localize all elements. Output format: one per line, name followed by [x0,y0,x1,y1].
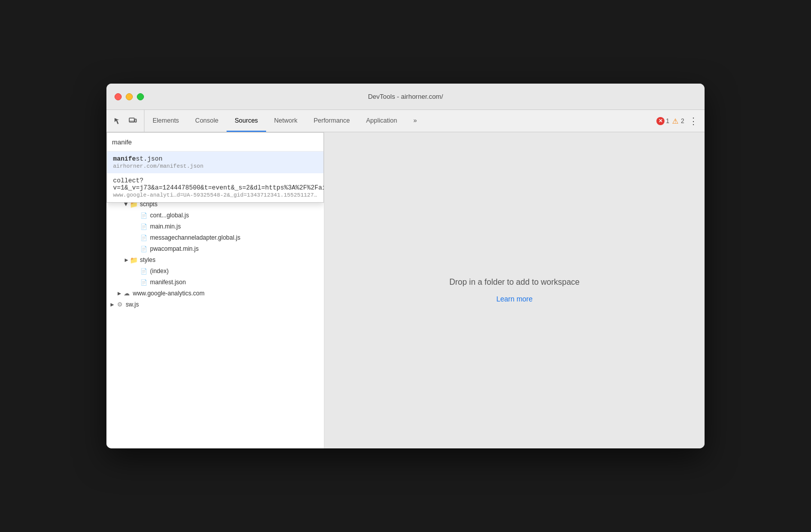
tree-label-sw: sw.js [126,301,139,308]
search-input[interactable] [112,138,318,146]
tab-application[interactable]: Application [358,110,405,132]
toolbar: Elements Console Sources Network Perform… [106,110,705,132]
warning-icon: ⚠ [671,117,679,125]
autocomplete-highlight-0: manife [113,156,136,163]
minimize-button[interactable] [126,93,133,100]
main-content: manifest.json airhorner.com/manifest.jso… [106,132,705,448]
close-button[interactable] [115,93,122,100]
tree-item-sw[interactable]: ▶ ⚙ sw.js [106,299,324,310]
tab-more[interactable]: » [405,110,425,132]
nav-tabs: Elements Console Sources Network Perform… [144,110,656,132]
file-tree: ▶ □ top ▶ ☁ airhorne ▶ 📁 scripts [106,173,324,448]
error-badge[interactable]: ✕ 1 [656,117,670,125]
search-container: manifest.json airhorner.com/manifest.jso… [106,132,324,203]
search-input-row [107,133,323,151]
tree-label-cont-global: cont...global.js [150,212,189,219]
tree-label-index: (index) [150,268,169,275]
tree-arrow-google: ▶ [116,290,123,297]
tree-item-styles[interactable]: ▶ 📁 styles [106,254,324,265]
left-panel: manifest.json airhorner.com/manifest.jso… [106,132,324,448]
device-icon[interactable] [126,114,140,128]
maximize-button[interactable] [137,93,144,100]
autocomplete-item-1[interactable]: collect?v=1&_v=j73&a=1244478500&t=event&… [107,173,323,202]
warning-badge[interactable]: ⚠ 2 [671,117,684,125]
tree-item-google-analytics[interactable]: ▶ ☁ www.google-analytics.com [106,288,324,299]
file-icon-cont: 📄 [140,211,148,219]
tree-label-google-analytics: www.google-analytics.com [133,290,204,297]
file-icon-main: 📄 [140,222,148,231]
tab-performance[interactable]: Performance [306,110,358,132]
file-icon-pwacompat: 📄 [140,245,148,253]
autocomplete-item-0[interactable]: manifest.json airhorner.com/manifest.jso… [107,151,323,173]
tree-label-pwacompat: pwacompat.min.js [150,245,199,252]
tree-item-main-min[interactable]: ▶ 📄 main.min.js [106,221,324,232]
tree-item-index[interactable]: ▶ 📄 (index) [106,265,324,277]
window-title: DevTools - airhorner.com/ [368,93,443,100]
traffic-lights [106,93,144,100]
toolbar-icons [106,110,144,132]
autocomplete-dropdown: manifest.json airhorner.com/manifest.jso… [107,151,323,202]
right-panel: Drop in a folder to add to workspace Lea… [324,132,705,448]
tree-item-messagechannel[interactable]: ▶ 📄 messagechanneladapter.global.js [106,232,324,243]
error-count: 1 [666,118,670,125]
tree-label-messagechannel: messagechanneladapter.global.js [150,234,240,241]
toolbar-right: ✕ 1 ⚠ 2 ⋮ [656,114,705,128]
svg-rect-1 [135,119,136,122]
gear-icon-sw: ⚙ [116,300,124,309]
warning-count: 2 [681,118,684,125]
error-icon: ✕ [656,117,665,125]
tree-label-styles: styles [140,256,156,263]
autocomplete-primary-0: manifest.json [113,156,317,163]
file-icon-messagechannel: 📄 [140,234,148,242]
tree-label-manifest: manifest.json [150,279,186,286]
tree-arrow-sw: ▶ [108,301,116,308]
autocomplete-secondary-1: www.google-analyti…d=UA-59325548-2&_gid=… [113,192,317,198]
title-bar: DevTools - airhorner.com/ [106,84,705,110]
tree-label-main-min: main.min.js [150,223,181,230]
cloud-icon-google: ☁ [123,289,131,297]
tree-arrow-styles: ▶ [123,256,130,263]
tab-network[interactable]: Network [266,110,306,132]
tab-elements[interactable]: Elements [144,110,187,132]
inspect-icon[interactable] [110,114,125,128]
file-icon-manifest: 📄 [140,278,148,286]
autocomplete-primary-1: collect?v=1&_v=j73&a=1244478500&t=event&… [113,177,317,192]
tree-item-pwacompat[interactable]: ▶ 📄 pwacompat.min.js [106,243,324,254]
learn-more-link[interactable]: Learn more [496,295,533,303]
tab-sources[interactable]: Sources [227,110,266,132]
tree-item-cont-global[interactable]: ▶ 📄 cont...global.js [106,210,324,221]
autocomplete-secondary-0: airhorner.com/manifest.json [113,163,317,169]
svg-rect-0 [129,118,134,122]
drop-text: Drop in a folder to add to workspace [449,278,579,287]
devtools-window: DevTools - airhorner.com/ Elements Conso… [106,84,705,448]
folder-icon-styles: 📁 [130,256,138,264]
tree-item-manifest[interactable]: ▶ 📄 manifest.json [106,277,324,288]
devtools-more-button[interactable]: ⋮ [686,114,701,128]
file-icon-index: 📄 [140,267,148,275]
tab-console[interactable]: Console [187,110,227,132]
